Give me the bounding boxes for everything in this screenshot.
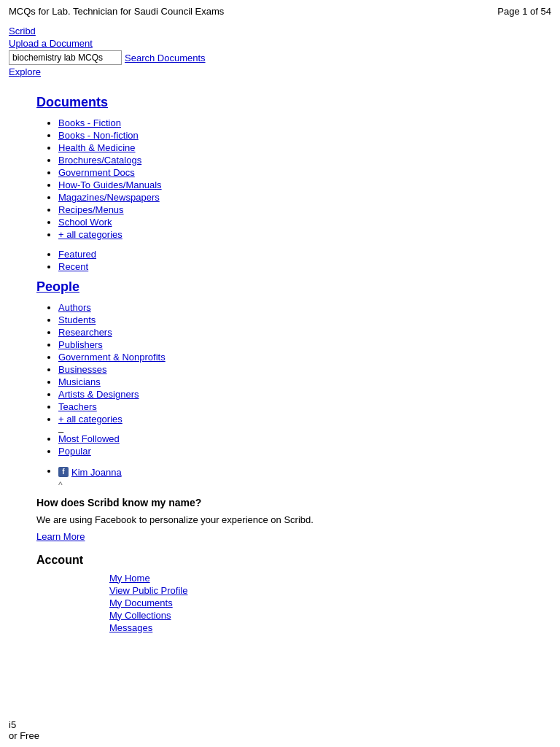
school-work-link[interactable]: School Work [58,217,112,228]
list-item: Books - Non-fiction [58,130,524,141]
upload-link[interactable]: Upload a Document [9,38,551,49]
list-item: Popular [58,446,524,457]
info-question: How does Scribd know my name? [36,497,524,508]
empty-list-item [58,241,524,247]
list-item: Businesses [58,364,524,375]
recent-link[interactable]: Recent [58,261,88,272]
search-input[interactable] [9,50,122,65]
page-header: MCQs for Lab. Technician for Saudi Counc… [0,0,560,20]
list-item: Health & Medicine [58,142,524,153]
bottom-bar: i5 or Free [0,713,560,747]
facebook-icon: f [58,467,69,477]
list-item: Publishers [58,339,524,350]
account-title: Account [36,554,524,567]
main-content: Documents Books - Fiction Books - Non-fi… [0,82,560,640]
nav-bar: Scribd Upload a Document Search Document… [0,20,560,82]
empty-list-item [58,458,524,464]
search-button[interactable]: Search Documents [125,53,206,63]
empty-list-item: – [58,426,524,432]
facebook-item: f Kim Joanna [58,467,524,478]
bottom-number: i5 [9,719,16,730]
account-links: My Home View Public Profile My Documents… [36,573,524,633]
musicians-link[interactable]: Musicians [58,376,101,387]
page-number: Page 1 of 54 [497,6,551,17]
list-item: + all categories [58,414,524,425]
facebook-user-item: f Kim Joanna [58,465,524,478]
search-row: Search Documents [9,50,551,65]
facebook-user-link[interactable]: Kim Joanna [71,467,122,478]
most-followed-link[interactable]: Most Followed [58,433,120,444]
magazines-link[interactable]: Magazines/Newspapers [58,192,160,203]
document-title: MCQs for Lab. Technician for Saudi Counc… [9,6,224,17]
students-link[interactable]: Students [58,314,96,325]
popular-link[interactable]: Popular [58,446,91,457]
view-public-profile-link[interactable]: View Public Profile [109,585,524,596]
documents-category-list: Books - Fiction Books - Non-fiction Heal… [36,117,524,272]
my-collections-link[interactable]: My Collections [109,610,524,621]
list-item: Authors [58,302,524,313]
list-item: School Work [58,217,524,228]
list-item: Teachers [58,401,524,412]
documents-section-title[interactable]: Documents [36,95,524,110]
all-categories-people-link[interactable]: + all categories [58,414,122,425]
researchers-link[interactable]: Researchers [58,327,112,338]
list-item: Artists & Designers [58,389,524,400]
account-section: Account My Home View Public Profile My D… [36,554,524,633]
books-fiction-link[interactable]: Books - Fiction [58,117,121,128]
books-nonfiction-link[interactable]: Books - Non-fiction [58,130,139,141]
chevron-up-icon: ^ [58,480,67,489]
people-category-list: Authors Students Researchers Publishers … [36,302,524,485]
messages-link[interactable]: Messages [109,622,524,633]
all-categories-docs-link[interactable]: + all categories [58,229,122,240]
bottom-free-text: or Free [9,730,39,741]
featured-link[interactable]: Featured [58,249,96,260]
health-medicine-link[interactable]: Health & Medicine [58,142,136,153]
explore-link[interactable]: Explore [9,66,551,77]
list-item: Books - Fiction [58,117,524,128]
howto-link[interactable]: How-To Guides/Manuals [58,179,162,190]
list-item: Recipes/Menus [58,204,524,215]
publishers-link[interactable]: Publishers [58,339,103,350]
government-docs-link[interactable]: Government Docs [58,167,135,178]
list-item: Most Followed [58,433,524,444]
list-item: + all categories [58,229,524,240]
info-box: How does Scribd know my name? We are usi… [36,497,524,542]
empty-list-item: ^ [58,479,524,485]
brochures-link[interactable]: Brochures/Catalogs [58,155,141,166]
my-home-link[interactable]: My Home [109,573,524,584]
recipes-link[interactable]: Recipes/Menus [58,204,124,215]
list-item: Government & Nonprofits [58,352,524,363]
artists-link[interactable]: Artists & Designers [58,389,139,400]
government-nonprofits-link[interactable]: Government & Nonprofits [58,352,166,363]
list-item: Students [58,314,524,325]
my-documents-link[interactable]: My Documents [109,597,524,608]
list-item: Musicians [58,376,524,387]
people-section-title[interactable]: People [36,279,524,295]
businesses-link[interactable]: Businesses [58,364,106,375]
learn-more-link[interactable]: Learn More [36,531,85,542]
list-item: How-To Guides/Manuals [58,179,524,190]
list-item: Featured [58,249,524,260]
list-item: Magazines/Newspapers [58,192,524,203]
list-item: Government Docs [58,167,524,178]
info-answer: We are using Facebook to personalize you… [36,514,524,525]
list-item: Brochures/Catalogs [58,155,524,166]
teachers-link[interactable]: Teachers [58,401,97,412]
list-item: Researchers [58,327,524,338]
scribd-link[interactable]: Scribd [9,26,551,36]
authors-link[interactable]: Authors [58,302,91,313]
list-item: Recent [58,261,524,272]
